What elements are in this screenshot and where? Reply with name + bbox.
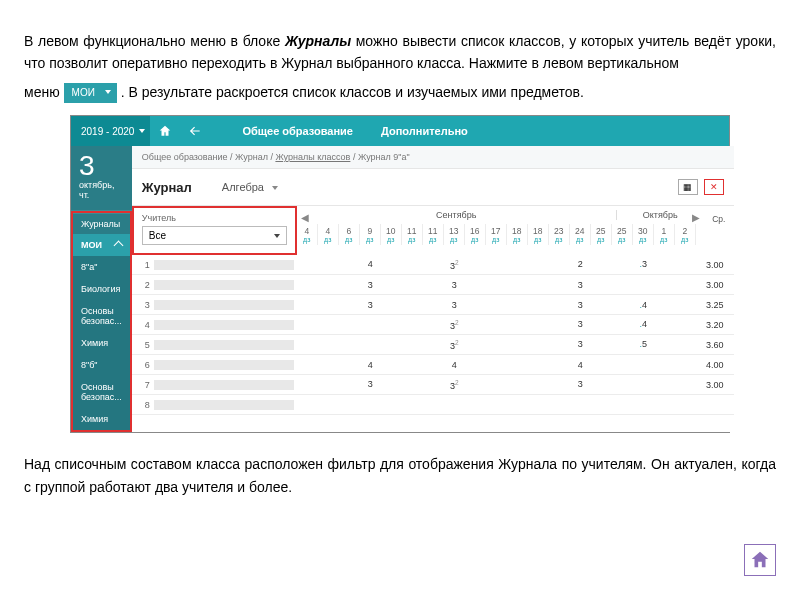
grade-cell[interactable] xyxy=(612,360,633,370)
grade-cell[interactable] xyxy=(423,379,444,391)
scroll-right-icon[interactable]: ▶ xyxy=(692,212,700,223)
subject-selector[interactable]: Алгебра xyxy=(222,181,278,193)
grade-cell[interactable] xyxy=(381,379,402,391)
grade-cell[interactable] xyxy=(654,319,675,331)
grade-cell[interactable] xyxy=(675,280,696,290)
grade-cell[interactable] xyxy=(654,339,675,351)
grade-cell[interactable]: 32 xyxy=(444,319,465,331)
grade-cell[interactable] xyxy=(423,259,444,271)
grade-cell[interactable] xyxy=(339,379,360,391)
grade-cell[interactable] xyxy=(360,339,381,351)
grade-cell[interactable]: 32 xyxy=(444,339,465,351)
grade-cell[interactable] xyxy=(381,319,402,331)
grade-cell[interactable] xyxy=(612,319,633,331)
grade-cell[interactable] xyxy=(507,379,528,391)
grade-cell[interactable] xyxy=(297,360,318,370)
grade-cell[interactable] xyxy=(612,300,633,310)
grade-cell[interactable] xyxy=(318,259,339,271)
grade-cell[interactable] xyxy=(528,319,549,331)
grade-cell[interactable] xyxy=(318,280,339,290)
grade-cell[interactable] xyxy=(612,379,633,391)
grade-cell[interactable] xyxy=(675,259,696,271)
grade-cell[interactable]: 3 xyxy=(444,280,465,290)
grade-cell[interactable] xyxy=(675,339,696,351)
grade-cell[interactable] xyxy=(528,379,549,391)
grade-cell[interactable] xyxy=(339,280,360,290)
sidebar-item-safety[interactable]: Основы безопас... xyxy=(73,300,130,332)
grade-cell[interactable] xyxy=(486,379,507,391)
grade-cell[interactable] xyxy=(612,280,633,290)
sidebar-item-8b[interactable]: 8"б" xyxy=(73,354,130,376)
grade-cell[interactable] xyxy=(297,319,318,331)
view-mode-icon-2[interactable]: ✕ xyxy=(704,179,724,195)
grade-cell[interactable]: 2 xyxy=(570,259,591,271)
grade-cell[interactable]: 3 xyxy=(360,300,381,310)
grade-cell[interactable]: 32 xyxy=(444,379,465,391)
grade-cell[interactable] xyxy=(591,379,612,391)
grade-cell[interactable] xyxy=(528,300,549,310)
grade-cell[interactable] xyxy=(465,259,486,271)
grade-cell[interactable]: 4 xyxy=(360,360,381,370)
grade-cell[interactable] xyxy=(381,360,402,370)
grade-cell[interactable] xyxy=(654,259,675,271)
grade-cell[interactable] xyxy=(297,379,318,391)
grade-cell[interactable] xyxy=(297,259,318,271)
grade-cell[interactable] xyxy=(486,259,507,271)
grade-cell[interactable] xyxy=(654,379,675,391)
grade-cell[interactable] xyxy=(339,259,360,271)
grade-cell[interactable]: 3 xyxy=(570,379,591,391)
grade-cell[interactable]: 4 xyxy=(570,360,591,370)
grade-cell[interactable] xyxy=(297,300,318,310)
grade-cell[interactable] xyxy=(549,319,570,331)
grade-cell[interactable] xyxy=(528,339,549,351)
grade-cell[interactable] xyxy=(465,360,486,370)
view-mode-icon-1[interactable]: ▦ xyxy=(678,179,698,195)
grade-cell[interactable] xyxy=(591,259,612,271)
teacher-filter-select[interactable]: Все xyxy=(142,226,287,245)
grade-cell[interactable] xyxy=(318,360,339,370)
grade-cell[interactable] xyxy=(654,360,675,370)
year-selector[interactable]: 2019 - 2020 xyxy=(71,116,150,146)
grade-cell[interactable] xyxy=(402,300,423,310)
grade-cell[interactable]: 3 xyxy=(570,339,591,351)
grade-cell[interactable]: 3 xyxy=(360,379,381,391)
sidebar-item-moi[interactable]: МОИ xyxy=(73,234,130,256)
grade-cell[interactable] xyxy=(549,379,570,391)
grade-cell[interactable] xyxy=(486,339,507,351)
grade-cell[interactable] xyxy=(528,360,549,370)
sidebar-item-8a[interactable]: 8"а" xyxy=(73,256,130,278)
grade-cell[interactable] xyxy=(402,319,423,331)
sidebar-item-safety2[interactable]: Основы безопас... xyxy=(73,376,130,408)
grade-cell[interactable] xyxy=(465,319,486,331)
grade-cell[interactable]: 4 xyxy=(444,360,465,370)
grade-cell[interactable]: 32 xyxy=(444,259,465,271)
grade-cell[interactable] xyxy=(465,300,486,310)
home-icon[interactable] xyxy=(150,116,180,146)
grade-cell[interactable] xyxy=(507,259,528,271)
grade-cell[interactable] xyxy=(423,339,444,351)
grade-cell[interactable] xyxy=(339,300,360,310)
grade-cell[interactable] xyxy=(465,339,486,351)
grade-cell[interactable] xyxy=(549,280,570,290)
grade-cell[interactable] xyxy=(339,339,360,351)
grade-cell[interactable] xyxy=(297,339,318,351)
grade-cell[interactable] xyxy=(507,339,528,351)
grade-cell[interactable] xyxy=(423,360,444,370)
grade-cell[interactable] xyxy=(675,300,696,310)
grade-cell[interactable] xyxy=(654,300,675,310)
grade-cell[interactable] xyxy=(297,280,318,290)
grade-cell[interactable]: 3 xyxy=(570,319,591,331)
grade-cell[interactable] xyxy=(612,339,633,351)
grade-cell[interactable] xyxy=(381,280,402,290)
sidebar-item-chemistry2[interactable]: Химия xyxy=(73,408,130,430)
grade-cell[interactable] xyxy=(381,259,402,271)
grade-cell[interactable] xyxy=(633,280,654,290)
grade-cell[interactable] xyxy=(318,339,339,351)
sidebar-item-biology[interactable]: Биология xyxy=(73,278,130,300)
grade-cell[interactable] xyxy=(486,280,507,290)
grade-cell[interactable] xyxy=(507,280,528,290)
home-nav-icon[interactable] xyxy=(744,544,776,576)
grade-cell[interactable]: .4 xyxy=(633,300,654,310)
topnav-general-edu[interactable]: Общее образование xyxy=(228,116,367,146)
grade-cell[interactable] xyxy=(507,319,528,331)
